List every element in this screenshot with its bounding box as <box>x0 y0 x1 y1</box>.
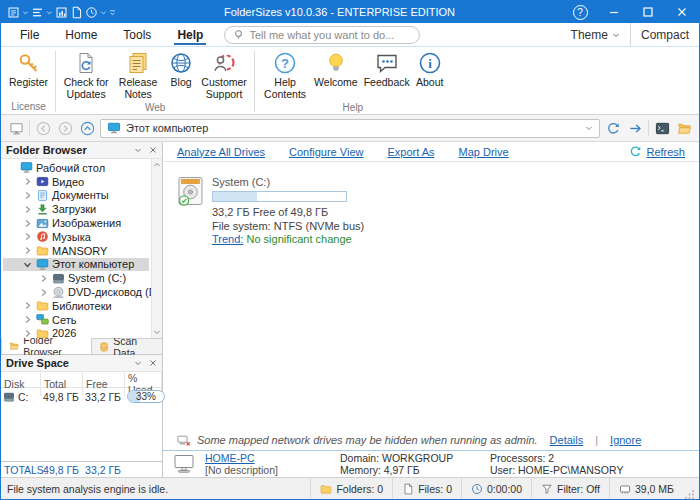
menu-tools[interactable]: Tools <box>110 23 164 46</box>
ribbon-button-label: Register <box>9 77 48 89</box>
tab-scan-data[interactable]: Scan Data <box>92 339 162 354</box>
expand-icon[interactable] <box>38 274 49 283</box>
tree-item-2026[interactable]: 2026 <box>3 327 149 338</box>
scroll-up-icon[interactable] <box>153 161 161 169</box>
analyze-all-drives-link[interactable]: Analyze All Drives <box>177 146 265 158</box>
tree-scrollbar[interactable] <box>151 159 162 338</box>
refresh-link-wrap[interactable]: Refresh <box>629 145 685 158</box>
resize-grip[interactable] <box>685 489 695 499</box>
tree-item-label: MANSORY <box>52 245 107 257</box>
scroll-down-icon[interactable] <box>153 328 161 336</box>
panel-menu-icon[interactable] <box>134 146 142 154</box>
tree-item-библиотеки[interactable]: Библиотеки <box>3 299 149 313</box>
blog-button[interactable]: Blog <box>164 49 198 89</box>
tree-item-видео[interactable]: Видео <box>3 175 149 189</box>
menu-file[interactable]: File <box>7 23 52 46</box>
refresh-link[interactable]: Refresh <box>646 146 685 158</box>
expand-icon[interactable] <box>22 315 33 324</box>
help-contents-button[interactable]: ?Help Contents <box>259 49 311 101</box>
expand-icon[interactable] <box>22 205 33 214</box>
list-icon[interactable] <box>31 6 44 19</box>
refresh-button[interactable] <box>604 119 622 137</box>
welcome-button[interactable]: Welcome <box>311 49 361 89</box>
drive-item[interactable]: System (C:) 33,2 ГБ Free of 49,8 ГБ File… <box>177 176 699 247</box>
drive-space-row[interactable]: C: 49,8 ГБ 33,2 ГБ 33% <box>1 388 162 405</box>
tab-folder-browser[interactable]: Folder Browser <box>1 338 92 354</box>
close-panel-icon[interactable] <box>149 146 157 154</box>
tree-item-mansory[interactable]: MANSORY <box>3 244 149 258</box>
menu-home[interactable]: Home <box>52 23 110 46</box>
export-as-link[interactable]: Export As <box>387 146 434 158</box>
computer-icon <box>107 122 121 134</box>
configure-view-link[interactable]: Configure View <box>289 146 363 158</box>
feedback-button[interactable]: Feedback <box>361 49 413 89</box>
expand-icon[interactable] <box>38 288 49 297</box>
expand-icon[interactable] <box>22 177 33 186</box>
app-window: FolderSizes v10.0.36 - ENTERPRISE EDITIO… <box>0 0 700 500</box>
chevron-down-icon[interactable] <box>585 124 593 132</box>
admin-warning: Some mapped network drives may be hidden… <box>163 432 699 448</box>
tree-item-сеть[interactable]: Сеть <box>3 313 149 327</box>
tellme-input[interactable] <box>249 29 411 41</box>
chevron-down-icon[interactable] <box>46 9 53 16</box>
refresh-icon <box>606 121 621 136</box>
close-button[interactable] <box>665 1 699 23</box>
tree-item-этот-компьютер[interactable]: Этот компьютер <box>3 258 149 272</box>
expand-icon[interactable] <box>22 301 33 310</box>
expand-icon[interactable] <box>22 246 33 255</box>
chevron-down-icon[interactable] <box>22 9 29 16</box>
expand-icon[interactable] <box>22 191 33 200</box>
clock-icon[interactable] <box>85 6 98 19</box>
expand-icon[interactable] <box>22 232 33 241</box>
tree-item-system-c[interactable]: System (C:) <box>3 271 149 285</box>
theme-button[interactable]: Theme <box>561 23 631 46</box>
go-button[interactable] <box>626 119 644 137</box>
chevron-down-icon <box>612 31 620 39</box>
computer-view-button[interactable] <box>7 119 25 137</box>
open-folder-button[interactable] <box>675 119 693 137</box>
computer-name-link[interactable]: HOME-PC <box>205 452 330 465</box>
release-notes-button[interactable]: Release Notes <box>112 49 164 101</box>
feedback-icon <box>375 51 399 75</box>
check-for-updates-button[interactable]: Check for Updates <box>60 49 112 101</box>
register-button[interactable]: Register <box>6 49 51 89</box>
expand-icon[interactable] <box>22 329 33 338</box>
disk-free: 33,2 ГБ <box>83 391 125 403</box>
customer-support-button[interactable]: Customer Support <box>198 49 250 101</box>
menu-help[interactable]: Help <box>164 23 216 46</box>
trend-link[interactable]: Trend: <box>212 233 243 245</box>
maximize-button[interactable] <box>631 1 665 23</box>
tree-item-загрузки[interactable]: Загрузки <box>3 202 149 216</box>
address-combo[interactable]: Этот компьютер <box>100 119 600 138</box>
tree-item-рабочий-стол[interactable]: Рабочий стол <box>3 161 149 175</box>
minimize-button[interactable] <box>597 1 631 23</box>
ribbon-group-label: License <box>6 100 51 114</box>
tree-item-изображения[interactable]: Изображения <box>3 216 149 230</box>
back-button[interactable] <box>34 119 52 137</box>
ribbon-group-web: Check for UpdatesRelease NotesBlogCustom… <box>57 49 253 114</box>
forward-button[interactable] <box>56 119 74 137</box>
details-link[interactable]: Details <box>550 434 584 446</box>
tree-item-музыка[interactable]: Музыка <box>3 230 149 244</box>
up-button[interactable] <box>78 119 96 137</box>
tree-item-документы[interactable]: Документы <box>3 189 149 203</box>
chevron-down-icon[interactable] <box>100 9 107 16</box>
document-icon[interactable] <box>70 6 83 19</box>
help-button[interactable]: ? <box>563 1 597 23</box>
tellme-search[interactable] <box>224 26 420 44</box>
chart-icon[interactable] <box>55 6 68 19</box>
expand-icon[interactable] <box>22 219 33 228</box>
ignore-link[interactable]: Ignore <box>610 434 641 446</box>
panel-menu-icon[interactable] <box>134 359 142 367</box>
close-panel-icon[interactable] <box>149 359 157 367</box>
command-window-button[interactable] <box>653 119 671 137</box>
about-button[interactable]: iAbout <box>413 49 447 89</box>
tree-item-dvd-дисковод-d[interactable]: DVD-дисковод (D:) <box>3 285 149 299</box>
map-drive-link[interactable]: Map Drive <box>459 146 509 158</box>
notes-icon <box>126 51 150 75</box>
report-icon[interactable] <box>7 6 20 19</box>
left-dock: Folder Browser Рабочий столВидеоДокумент… <box>1 142 163 477</box>
customize-qat-icon[interactable] <box>109 9 116 16</box>
collapse-icon[interactable] <box>22 260 33 269</box>
compact-button[interactable]: Compact <box>631 28 699 42</box>
